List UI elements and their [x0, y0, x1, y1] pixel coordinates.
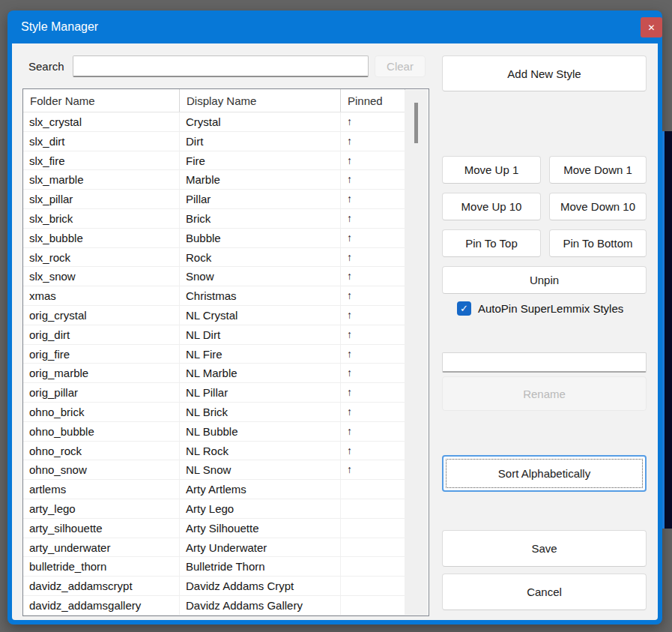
folder-name-cell: ohno_bubble [23, 422, 180, 441]
table-row[interactable]: orig_marble NL Marble ↑ [23, 364, 405, 383]
table-row[interactable]: slx_fire Fire ↑ [23, 151, 405, 171]
table-row[interactable]: ohno_brick NL Brick ↑ [23, 403, 405, 422]
table-row[interactable]: slx_brick Brick ↑ [23, 209, 405, 229]
titlebar[interactable]: Style Manager ✕ [7, 10, 662, 43]
column-header-folder-name[interactable]: Folder Name [23, 89, 180, 112]
add-new-style-button[interactable]: Add New Style [442, 55, 647, 91]
folder-name-cell: arty_lego [23, 499, 180, 518]
table-row[interactable]: slx_snow Snow ↑ [23, 267, 405, 286]
display-name-cell: Davidz Addams Gallery [180, 596, 341, 615]
display-name-cell: Rock [180, 248, 341, 267]
style-manager-dialog: Style Manager ✕ Search Clear Folder Name… [7, 10, 662, 625]
table-row[interactable]: slx_pillar Pillar ↑ [23, 190, 405, 209]
window-title: Style Manager [21, 10, 98, 43]
autopin-checkbox[interactable]: ✓ [457, 301, 471, 316]
display-name-cell: Snow [180, 267, 341, 286]
pinned-cell: ↑ [341, 286, 405, 305]
table-row[interactable]: xmas Christmas ↑ [23, 286, 405, 306]
table-row[interactable]: slx_rock Rock ↑ [23, 248, 405, 268]
list-scrollbar[interactable] [405, 90, 428, 616]
move-down-1-button[interactable]: Move Down 1 [549, 156, 647, 184]
rename-button[interactable]: Rename [442, 376, 647, 411]
move-down-10-button[interactable]: Move Down 10 [549, 193, 647, 220]
move-up-10-button[interactable]: Move Up 10 [442, 193, 541, 220]
pinned-cell: ↑ [341, 345, 405, 364]
column-header-pinned[interactable]: Pinned [341, 89, 405, 112]
column-header-display-name[interactable]: Display Name [180, 89, 341, 112]
pinned-cell: ↑ [341, 267, 405, 286]
folder-name-cell: slx_brick [23, 209, 180, 228]
rename-label: Rename [523, 388, 566, 400]
style-list[interactable]: Folder Name Display Name Pinned slx_crys… [22, 88, 429, 616]
table-row[interactable]: orig_crystal NL Crystal ↑ [23, 306, 405, 325]
table-row[interactable]: ohno_snow NL Snow ↑ [23, 460, 405, 480]
move-down-10-label: Move Down 10 [560, 200, 635, 213]
folder-name-cell: slx_pillar [23, 190, 180, 208]
table-row[interactable]: ohno_rock NL Rock ↑ [23, 442, 405, 461]
display-name-cell: NL Bubble [180, 422, 341, 441]
table-row[interactable]: slx_dirt Dirt ↑ [23, 132, 405, 151]
pinned-cell: ↑ [341, 422, 405, 441]
table-row[interactable]: artlems Arty Artlems [23, 480, 405, 499]
pin-to-bottom-button[interactable]: Pin To Bottom [549, 229, 647, 257]
table-row[interactable]: slx_bubble Bubble ↑ [23, 229, 405, 248]
pinned-cell: ↑ [341, 170, 405, 189]
table-row[interactable]: arty_lego Arty Lego [23, 499, 405, 519]
pinned-cell: ↑ [341, 151, 405, 170]
cancel-button[interactable]: Cancel [442, 574, 647, 610]
folder-name-cell: slx_marble [23, 170, 180, 189]
display-name-cell: NL Fire [180, 345, 341, 364]
sort-alphabetically-label: Sort Alphabetically [498, 467, 590, 480]
move-up-10-label: Move Up 10 [461, 200, 522, 213]
table-row[interactable]: davidz_addamsgallery Davidz Addams Galle… [23, 596, 405, 616]
scrollbar-thumb[interactable] [414, 103, 418, 143]
folder-name-cell: slx_rock [23, 248, 180, 267]
display-name-cell: Arty Artlems [180, 480, 341, 499]
folder-name-cell: ohno_brick [23, 403, 180, 421]
table-row[interactable]: slx_marble Marble ↑ [23, 170, 405, 190]
table-row[interactable]: bulletride_thorn Bulletride Thorn [23, 557, 405, 577]
save-label: Save [531, 542, 557, 555]
style-list-header: Folder Name Display Name Pinned [23, 89, 405, 112]
table-row[interactable]: orig_dirt NL Dirt ↑ [23, 325, 405, 345]
table-row[interactable]: orig_fire NL Fire ↑ [23, 345, 405, 364]
pin-to-top-button[interactable]: Pin To Top [442, 229, 541, 257]
display-name-cell: NL Marble [180, 364, 341, 382]
folder-name-cell: xmas [23, 286, 180, 305]
table-row[interactable]: arty_underwater Arty Underwater [23, 538, 405, 558]
folder-name-cell: slx_crystal [23, 112, 180, 131]
display-name-cell: NL Dirt [180, 325, 341, 344]
display-name-cell: Marble [180, 170, 341, 189]
add-new-style-label: Add New Style [507, 67, 581, 80]
autopin-checkbox-row[interactable]: ✓ AutoPin SuperLemmix Styles [457, 300, 623, 316]
table-row[interactable]: arty_silhouette Arty Silhouette [23, 519, 405, 538]
folder-name-cell: orig_fire [23, 345, 180, 364]
search-input[interactable] [73, 55, 369, 77]
pinned-cell: ↑ [341, 403, 405, 421]
move-up-1-button[interactable]: Move Up 1 [442, 156, 541, 184]
rename-input[interactable] [442, 352, 647, 373]
folder-name-cell: davidz_addamsgallery [23, 596, 180, 615]
unpin-label: Unpin [530, 274, 559, 286]
close-icon: ✕ [647, 22, 655, 33]
clear-search-button[interactable]: Clear [375, 55, 426, 77]
folder-name-cell: ohno_rock [23, 442, 180, 460]
pinned-cell: ↑ [341, 306, 405, 325]
table-row[interactable]: slx_crystal Crystal ↑ [23, 112, 405, 132]
sort-alphabetically-button[interactable]: Sort Alphabetically [442, 455, 647, 492]
background-window-edge [662, 131, 672, 529]
display-name-cell: Fire [180, 151, 341, 170]
pinned-cell [341, 480, 405, 499]
display-name-cell: Arty Silhouette [180, 519, 341, 538]
close-button[interactable]: ✕ [641, 17, 662, 37]
folder-name-cell: arty_underwater [23, 538, 180, 557]
pinned-cell [341, 519, 405, 538]
pinned-cell: ↑ [341, 112, 405, 131]
table-row[interactable]: davidz_addamscrypt Davidz Addams Crypt [23, 577, 405, 596]
pinned-cell: ↑ [341, 229, 405, 247]
table-row[interactable]: ohno_bubble NL Bubble ↑ [23, 422, 405, 442]
table-row[interactable]: orig_pillar NL Pillar ↑ [23, 383, 405, 403]
unpin-button[interactable]: Unpin [442, 266, 647, 294]
move-down-1-label: Move Down 1 [563, 163, 632, 176]
save-button[interactable]: Save [442, 530, 647, 567]
